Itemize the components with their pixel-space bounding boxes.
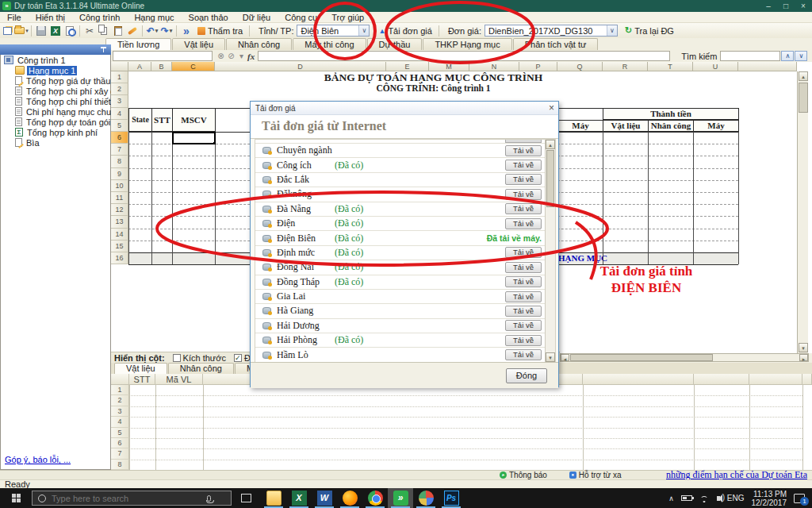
- row-header-10[interactable]: 10: [111, 180, 128, 192]
- sidebar-item-8[interactable]: Bìa: [1, 137, 110, 148]
- run-icon[interactable]: »: [179, 24, 193, 37]
- download-button[interactable]: Tải về: [505, 291, 542, 302]
- tray-chevron-icon[interactable]: ∧: [668, 495, 674, 502]
- row-header-5[interactable]: 5: [111, 120, 128, 132]
- tab-Máy thi công[interactable]: Máy thi công: [293, 38, 366, 50]
- taskbar-search[interactable]: [32, 491, 232, 506]
- download-button[interactable]: Tải về: [505, 349, 542, 360]
- bottom-column-header-5[interactable]: [749, 374, 802, 385]
- format-brush-icon[interactable]: [125, 24, 140, 37]
- dialog-close-icon[interactable]: ×: [549, 102, 554, 115]
- copy-icon[interactable]: [97, 24, 111, 37]
- tham-tra-button[interactable]: Thẩm tra: [193, 25, 247, 37]
- row-header-7[interactable]: 7: [111, 144, 128, 156]
- column-header-C[interactable]: C: [172, 62, 215, 71]
- column-header-D[interactable]: D: [215, 62, 386, 71]
- don-gia-select[interactable]: DienBien_2017XD_DG130∨: [485, 25, 618, 37]
- checkbox-Đơn giá[interactable]: ✓: [234, 354, 242, 362]
- print-preview-icon[interactable]: [63, 24, 77, 37]
- tinh-tp-select[interactable]: Điện Biên∨: [297, 25, 370, 37]
- row-header-15[interactable]: 15: [111, 241, 128, 252]
- bottom-column-header-4[interactable]: [694, 374, 749, 385]
- bottom-column-header-Mã VL[interactable]: Mã VL: [155, 374, 203, 385]
- tab-Tiền lương[interactable]: Tiền lương: [105, 38, 171, 50]
- row-header-6[interactable]: 6: [111, 132, 128, 144]
- chevron-down-icon[interactable]: ∨: [607, 25, 617, 36]
- formula-input[interactable]: [258, 51, 670, 61]
- bottom-grid-corner[interactable]: [111, 374, 129, 385]
- tab-Vật liệu[interactable]: Vật liệu: [172, 38, 225, 50]
- battery-icon[interactable]: [681, 495, 692, 501]
- clock[interactable]: 11:13 PM12/2/2017: [752, 490, 787, 507]
- row-header-8[interactable]: 8: [111, 156, 128, 167]
- taskbar-paint[interactable]: [413, 488, 439, 508]
- dialog-title-bar[interactable]: Tải đơn giá ×: [251, 102, 558, 115]
- column-header-N[interactable]: N: [469, 62, 519, 71]
- new-window-icon[interactable]: [0, 24, 14, 37]
- save-icon[interactable]: [34, 24, 48, 37]
- undo-icon[interactable]: ↶▾: [145, 24, 159, 37]
- function-dropdown-icon[interactable]: ▾: [236, 52, 247, 60]
- column-header-E[interactable]: E: [386, 62, 429, 71]
- download-button[interactable]: Tải về: [505, 203, 542, 214]
- menu-item-5[interactable]: Dữ liệu: [236, 12, 278, 23]
- menu-item-4[interactable]: Soạn thảo: [182, 12, 236, 23]
- taskbar-eta-app[interactable]: »: [388, 488, 413, 508]
- row-header-1[interactable]: 1: [111, 71, 128, 83]
- language-indicator[interactable]: ENG: [727, 494, 745, 502]
- bottom-row-header-1[interactable]: 1: [111, 385, 129, 395]
- scroll-down-icon[interactable]: ▾: [799, 343, 808, 352]
- paste-icon[interactable]: [111, 24, 125, 37]
- checkbox-Kích thước[interactable]: [173, 354, 181, 362]
- bottom-row-header-6[interactable]: 6: [111, 438, 129, 448]
- tab-Phân tích vật tư[interactable]: Phân tích vật tư: [513, 38, 599, 50]
- sidebar-item-5[interactable]: Chi phí hạng mục chung: [1, 106, 110, 117]
- close-icon[interactable]: ×: [795, 0, 812, 12]
- resource-grid[interactable]: STTMã VL12345678: [111, 374, 812, 470]
- bottom-row-header-2[interactable]: 2: [111, 395, 129, 406]
- bottom-row-header-7[interactable]: 7: [111, 448, 129, 459]
- download-button[interactable]: Tải về: [505, 335, 542, 346]
- scroll-right-icon[interactable]: ▸: [799, 354, 808, 361]
- taskbar-excel[interactable]: X: [286, 488, 312, 508]
- scroll-up-icon[interactable]: ▴: [546, 140, 555, 149]
- bottom-column-header-6[interactable]: [802, 374, 812, 385]
- thong-bao-button[interactable]: ▸ Thông báo: [500, 471, 547, 479]
- sidebar-item-7[interactable]: ΣTổng hợp kinh phí: [1, 127, 110, 137]
- download-button[interactable]: Tải về: [505, 174, 542, 185]
- row-header-4[interactable]: 4: [111, 108, 128, 120]
- search-down-icon[interactable]: ∨: [795, 51, 807, 61]
- bottom-row-header-4[interactable]: 4: [111, 417, 129, 427]
- search-input[interactable]: [720, 51, 780, 61]
- menu-item-0[interactable]: File: [0, 12, 29, 23]
- open-file-icon[interactable]: ▾: [14, 24, 29, 37]
- bottom-column-header-3[interactable]: [583, 374, 694, 385]
- tab-Dự thầu[interactable]: Dự thầu: [367, 38, 423, 50]
- bottom-row-header-3[interactable]: 3: [111, 406, 129, 417]
- minimize-icon[interactable]: –: [760, 0, 777, 12]
- download-button[interactable]: Tải về: [505, 218, 542, 229]
- download-button[interactable]: Tải về: [505, 306, 542, 317]
- bottom-tab-Nhân công[interactable]: Nhân công: [168, 363, 234, 374]
- menu-item-6[interactable]: Công cụ: [278, 12, 324, 23]
- download-button[interactable]: Tải về: [505, 160, 542, 171]
- speaker-icon[interactable]: [717, 496, 720, 501]
- name-box[interactable]: [113, 51, 213, 61]
- column-header-A[interactable]: A: [128, 62, 151, 71]
- pin-icon[interactable]: [101, 47, 106, 48]
- taskbar-photoshop[interactable]: Ps: [439, 488, 464, 508]
- action-center-icon[interactable]: 1: [794, 494, 805, 503]
- column-header-R[interactable]: R: [603, 62, 648, 71]
- bottom-column-header-STT[interactable]: STT: [129, 374, 155, 385]
- scroll-left-icon[interactable]: ◂: [561, 354, 569, 361]
- sidebar-item-4[interactable]: Tổng hợp chi phí thiết bị: [1, 96, 110, 106]
- tra-lai-dg-button[interactable]: ↻ Tra lại ĐG: [621, 25, 678, 37]
- row-header-11[interactable]: 11: [111, 192, 128, 204]
- bottom-row-header-8[interactable]: 8: [111, 460, 129, 470]
- dong-button[interactable]: Đóng: [506, 368, 547, 383]
- grid-corner[interactable]: [111, 62, 128, 71]
- row-header-14[interactable]: 14: [111, 229, 128, 241]
- taskbar-chrome[interactable]: [362, 488, 388, 508]
- cut-icon[interactable]: ✂: [82, 24, 97, 37]
- scrollbar-thumb[interactable]: [799, 83, 808, 113]
